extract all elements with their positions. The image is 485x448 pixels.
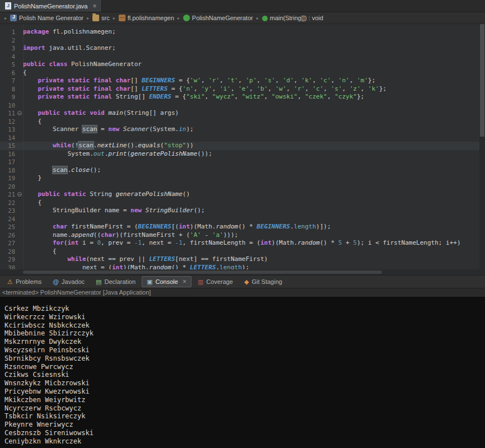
code-token: generatePolishName [116, 190, 183, 198]
code-line-2[interactable]: 2 [0, 36, 485, 45]
panel-tab-javadoc[interactable]: @Javadoc [48, 277, 90, 287]
fold-column [17, 190, 23, 199]
code-line-8[interactable]: 8 private static final char[] LETTERS = … [0, 85, 485, 94]
close-console-tab-icon[interactable]: × [183, 278, 186, 286]
code-line-7[interactable]: 7 private static final char[] BEGINNERS … [0, 77, 485, 85]
panel-tab-coverage[interactable]: ▥Coverage [193, 277, 238, 287]
breadcrumb-item-source-folder[interactable]: src [91, 14, 111, 22]
code-line-11[interactable]: 11 public static void main(String[] args… [0, 109, 485, 118]
code-token: i = [78, 239, 97, 246]
editor-tab-polishnamegenerator[interactable]: J PolishNameGenerator.java × [0, 0, 102, 12]
code-line-22[interactable]: 22 { [0, 199, 485, 207]
code-text: Scanner scan = new Scanner(System.in); [23, 125, 194, 134]
code-token: 't' [227, 77, 238, 84]
code-line-3[interactable]: 3import java.util.Scanner; [0, 44, 485, 53]
code-token: , [264, 93, 272, 100]
code-token: , [331, 77, 338, 84]
code-line-13[interactable]: 13 Scanner scan = new Scanner(System.in)… [0, 125, 485, 134]
code-token: 'm' [357, 77, 368, 84]
close-editor-tab-icon[interactable]: × [92, 2, 96, 10]
code-line-10[interactable]: 10 [0, 101, 485, 110]
code-line-6[interactable]: 6{ [0, 69, 485, 77]
panel-tab-problems[interactable]: ⚠Problems [2, 277, 46, 287]
code-token [23, 223, 53, 230]
line-number: 22 [0, 199, 17, 207]
code-token: , [297, 93, 305, 100]
code-token: (System. [149, 125, 179, 133]
code-token [23, 85, 38, 92]
code-line-26[interactable]: 26 name.append((char)(firstNameFirst + (… [0, 231, 485, 240]
code-token: "czyk" [334, 93, 357, 100]
code-token: ( [160, 142, 164, 149]
code-line-29[interactable]: 29 while(next == prev || LETTERS[next] =… [0, 255, 485, 264]
code-line-15[interactable]: 15 while(!scan.nextLine().equals("stop")… [0, 142, 485, 150]
code-token: name. [23, 231, 71, 239]
editor-vertical-scrollbar[interactable] [479, 24, 485, 269]
bottom-panel-tab-bar: ⚠Problems@Javadoc▤Declaration▣Console×▥C… [0, 275, 485, 288]
fold-marker-icon[interactable] [17, 111, 22, 115]
code-token: "owski" [272, 93, 297, 100]
code-token: , [313, 77, 320, 84]
code-token: -1 [134, 239, 142, 246]
code-text: private static final String[] ENDERS = {… [23, 93, 364, 101]
code-line-30[interactable]: 30 next = (int)(Math.random() * LETTERS.… [0, 264, 485, 270]
code-token: append [71, 231, 94, 239]
breadcrumb-separator-icon: ▸ [113, 16, 115, 21]
code-line-9[interactable]: 9 private static final String[] ENDERS =… [0, 93, 485, 101]
code-line-14[interactable]: 14 [0, 134, 485, 142]
breadcrumb-item-method[interactable]: main(String[]) : void [261, 14, 324, 22]
fold-column [17, 44, 23, 53]
fold-column [17, 36, 23, 45]
code-token: (( [94, 231, 101, 239]
horizontal-scrollbar-thumb[interactable] [23, 270, 382, 274]
code-token: "witz" [242, 93, 264, 100]
code-token: ENDERS [149, 93, 171, 100]
editor-horizontal-scrollbar[interactable] [0, 269, 485, 275]
code-line-1[interactable]: 1package fl.polishnamegen; [0, 28, 485, 36]
breadcrumb-item-class[interactable]: PolishNameGenerator [182, 14, 254, 22]
code-text: System.out.print(generatePolishName()); [23, 150, 212, 158]
breadcrumb-label: PolishNameGenerator [192, 15, 253, 21]
code-token: , [194, 85, 201, 92]
code-line-28[interactable]: 28 { [0, 248, 485, 256]
code-line-25[interactable]: 25 char firstNameFirst = (BEGINNERS[(int… [0, 223, 485, 231]
code-token: )(Math. [190, 223, 216, 230]
fold-column [17, 248, 23, 256]
fold-marker-icon[interactable] [17, 192, 22, 197]
code-line-5[interactable]: 5public class PolishNameGenerator [0, 60, 485, 69]
panel-tab-git-staging[interactable]: ◆Git Staging [239, 277, 287, 287]
code-token: ()); [197, 150, 212, 157]
code-token: { [23, 118, 41, 125]
code-token: public [23, 60, 45, 68]
code-token: ))); [223, 231, 239, 239]
code-token: , [249, 85, 257, 92]
console-line: Mkikczben Weiyrbwitz [4, 396, 485, 404]
panel-tab-console[interactable]: ▣Console× [142, 276, 192, 287]
code-token: )]); [316, 223, 331, 230]
console-output[interactable]: Csrkez MbzikczykWirkecrzcz WzirowskiKcir… [0, 297, 485, 448]
code-token: int [179, 223, 190, 230]
panel-tab-declaration[interactable]: ▤Declaration [91, 277, 141, 287]
code-line-16[interactable]: 16 System.out.print(generatePolishName()… [0, 150, 485, 158]
code-token: { [23, 199, 41, 206]
code-line-27[interactable]: 27 for(int i = 0, prev = -1, next = -1, … [0, 239, 485, 248]
code-token: , [201, 77, 208, 84]
breadcrumb-item-package[interactable]: fl.polishnamegen [118, 14, 175, 22]
code-token: equals [138, 142, 160, 149]
code-line-17[interactable]: 17 [0, 158, 485, 166]
vertical-scrollbar-thumb[interactable] [480, 24, 484, 137]
code-line-21[interactable]: 21 public static String generatePolishNa… [0, 190, 485, 199]
code-line-24[interactable]: 24 [0, 215, 485, 223]
code-line-23[interactable]: 23 StringBuilder name = new StringBuilde… [0, 207, 485, 215]
code-line-12[interactable]: 12 { [0, 118, 485, 126]
code-line-18[interactable]: 18 scan.close(); [0, 166, 485, 175]
code-text: private static final char[] BEGINNERS = … [23, 77, 375, 85]
fold-column [17, 174, 23, 183]
code-line-4[interactable]: 4 [0, 53, 485, 61]
code-editor[interactable]: 1package fl.polishnamegen;23import java.… [0, 24, 485, 269]
code-line-19[interactable]: 19 } [0, 174, 485, 183]
code-line-20[interactable]: 20 [0, 183, 485, 191]
code-token: out [94, 150, 105, 157]
breadcrumb-item-java-project[interactable]: Polish Name Generator [9, 14, 85, 22]
code-token: , [327, 93, 334, 100]
